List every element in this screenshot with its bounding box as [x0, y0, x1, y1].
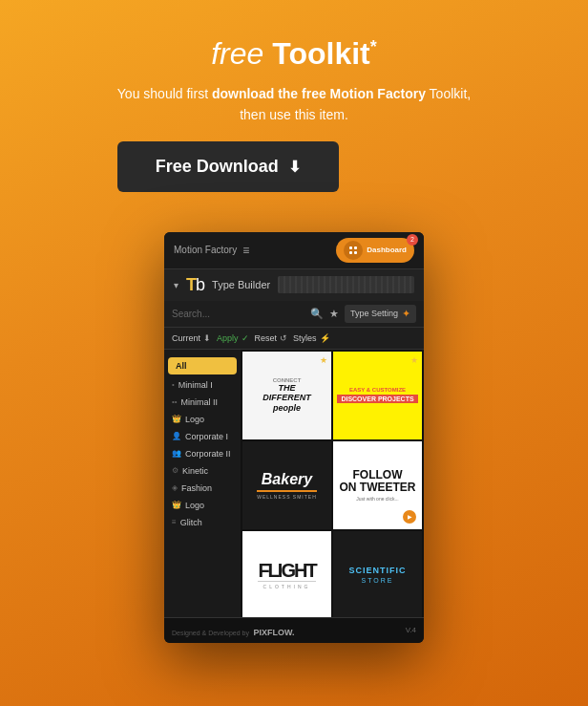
subtitle-line2: then use this item.: [240, 107, 348, 122]
sidebar-all-label: All: [176, 361, 187, 371]
header-section: free Toolkit* You should first download …: [117, 0, 471, 215]
template-grid: ★ CONNECT THEDIFFERENTpeople ★ EASY & CU…: [241, 350, 424, 617]
subtitle-bold2: Motion Factory: [330, 86, 426, 101]
app-topbar-left: Motion Factory ≡: [174, 244, 249, 257]
toolbar-row: Current ⬇ Apply ✓ Reset ↺ Styles ⚡: [164, 328, 424, 350]
current-icon: ⬇: [203, 333, 211, 343]
sidebar-dot-1: •: [172, 380, 175, 389]
grid-item-2[interactable]: ★ EASY & CUSTOMIZE DISCOVER PROJECTS: [333, 352, 422, 439]
title-toolkit: Toolkit: [272, 36, 370, 71]
title: free Toolkit*: [117, 36, 471, 72]
menu-icon[interactable]: ≡: [242, 244, 249, 257]
sidebar-fashion-label: Fashion: [181, 483, 212, 493]
reset-button[interactable]: Reset ↺: [255, 333, 288, 343]
styles-label: Styles: [293, 333, 317, 343]
subtitle-plain1: Toolkit,: [426, 86, 471, 101]
star-icon[interactable]: ★: [329, 308, 339, 320]
grid-item-1[interactable]: ★ CONNECT THEDIFFERENTpeople: [242, 352, 331, 439]
sidebar-corp2-label: Corporate II: [185, 449, 231, 459]
sidebar-item-logo[interactable]: 👑 Logo: [164, 411, 241, 428]
asterisk: *: [370, 37, 377, 56]
sidebar-dot-2: ••: [172, 397, 178, 406]
sidebar-logo-icon: 👑: [172, 415, 181, 423]
sidebar-item-corporate-2[interactable]: 👥 Corporate II: [164, 445, 241, 462]
designed-label: Designed & Developed by: [172, 630, 249, 636]
sidebar-logo2-icon: 👑: [172, 501, 181, 509]
current-button[interactable]: Current ⬇: [172, 333, 211, 343]
app-bottom-bar: Designed & Developed by PIXFLOW. V.4: [164, 617, 424, 643]
search-icon[interactable]: 🔍: [310, 308, 324, 320]
title-free: free: [211, 36, 263, 71]
sidebar-item-logo-2[interactable]: 👑 Logo: [164, 497, 241, 514]
styles-button[interactable]: Styles ⚡: [293, 333, 330, 343]
free-download-button[interactable]: Free Download ⬇: [117, 141, 339, 192]
subtitle-text1: You should first: [117, 86, 212, 101]
sidebar-corp1-icon: 👤: [172, 432, 181, 440]
reset-icon: ↺: [280, 333, 287, 343]
type-setting-button[interactable]: Type Setting ✦: [345, 305, 416, 323]
sidebar-item-all[interactable]: All: [168, 357, 237, 374]
search-input-area[interactable]: Search...: [172, 309, 304, 319]
sidebar-minimal1-label: Minimal I: [178, 380, 213, 390]
sidebar-item-fashion[interactable]: ◈ Fashion: [164, 480, 241, 497]
tb-logo: Tb: [186, 275, 204, 295]
grid-item-2-star: ★: [410, 355, 418, 365]
apply-check-icon: ✓: [242, 333, 249, 343]
grid-item-1-star: ★: [320, 355, 327, 365]
pattern-decoration: [278, 276, 414, 293]
app-name-label: Motion Factory: [174, 245, 237, 255]
search-row: Search... 🔍 ★ Type Setting ✦: [164, 301, 424, 328]
sidebar-item-corporate-1[interactable]: 👤 Corporate I: [164, 428, 241, 445]
app-topbar: Motion Factory ≡ 2 Dashboard: [164, 232, 424, 269]
dashboard-button[interactable]: 2 Dashboard: [336, 238, 414, 263]
tools-icon: ✦: [402, 308, 410, 320]
dashboard-label: Dashboard: [367, 246, 407, 254]
designed-by-text: Designed & Developed by PIXFLOW.: [172, 622, 294, 639]
pixflow-brand: PIXFLOW.: [253, 628, 294, 637]
sidebar-item-minimal-2[interactable]: •• Minimal II: [164, 394, 241, 411]
sidebar-corp2-icon: 👥: [172, 449, 181, 458]
svg-rect-1: [354, 246, 357, 249]
subtitle-bold1: download the free: [212, 86, 326, 101]
grid-item-5[interactable]: FLIGHT CLOTHING: [242, 531, 331, 617]
grid-item-6[interactable]: SCIENTIFIC STORE: [333, 531, 422, 617]
sidebar-corp1-label: Corporate I: [185, 432, 228, 441]
grid-item-4[interactable]: FOLLOWON TWEETER Just with one click... …: [333, 441, 422, 529]
sidebar-minimal2-label: Minimal II: [181, 397, 219, 407]
sidebar-logo2-label: Logo: [185, 501, 204, 510]
sidebar-fashion-icon: ◈: [172, 483, 178, 492]
subtitle: You should first download the free Motio…: [117, 83, 471, 126]
styles-icon: ⚡: [320, 333, 330, 343]
sidebar-glitch-label: Glitch: [180, 518, 202, 527]
sidebar-item-glitch[interactable]: ≡ Glitch: [164, 514, 241, 531]
main-content: All • Minimal I •• Minimal II 👑 Logo 👤 C…: [164, 350, 424, 617]
apply-button[interactable]: Apply ✓: [217, 333, 249, 343]
download-btn-label: Free Download: [156, 157, 279, 177]
type-builder-label: Type Builder: [212, 279, 270, 290]
grid-item-3[interactable]: Bakery WELLNESS SMITEH: [242, 441, 331, 529]
sidebar-logo-label: Logo: [185, 415, 204, 424]
sidebar-kinetic-label: Kinetic: [182, 466, 208, 476]
sidebar-item-kinetic[interactable]: ⚙ Kinetic: [164, 462, 241, 480]
left-sidebar: All • Minimal I •• Minimal II 👑 Logo 👤 C…: [164, 350, 241, 617]
chevron-icon[interactable]: ▾: [174, 280, 178, 290]
search-placeholder: Search...: [172, 309, 210, 319]
app-window: Motion Factory ≡ 2 Dashboard ▾ Tb Type B…: [164, 232, 424, 643]
svg-rect-2: [349, 251, 352, 254]
reset-label: Reset: [255, 333, 278, 343]
dashboard-icon: [344, 241, 363, 260]
svg-rect-3: [354, 251, 357, 254]
sidebar-item-minimal-1[interactable]: • Minimal I: [164, 376, 241, 394]
type-builder-row: ▾ Tb Type Builder: [164, 269, 424, 301]
svg-rect-0: [349, 246, 352, 249]
play-button[interactable]: ▶: [403, 510, 416, 524]
notification-badge: 2: [407, 234, 418, 246]
apply-label: Apply: [217, 333, 239, 343]
version-tag: V.4: [406, 626, 416, 634]
sidebar-glitch-icon: ≡: [172, 518, 177, 526]
sidebar-kinetic-icon: ⚙: [172, 466, 178, 475]
type-setting-label: Type Setting: [350, 309, 398, 318]
current-label: Current: [172, 333, 200, 343]
download-icon: ⬇: [288, 158, 301, 176]
